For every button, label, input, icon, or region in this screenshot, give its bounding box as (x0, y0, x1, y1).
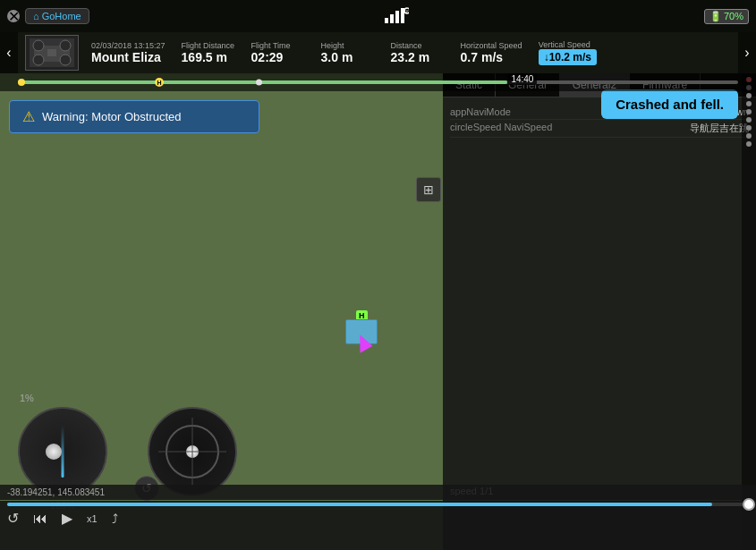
warning-text: Warning: Motor Obstructed (42, 110, 182, 123)
panel-row-2: circleSpeed NaviSpeed 导航层吉在跳 (450, 120, 749, 138)
joystick-right[interactable] (148, 407, 237, 496)
coord-label: -38.194251, 145.083451 (0, 485, 756, 500)
sidebar-dot-9 (746, 141, 752, 147)
top-bar-left: ✕ ⌂ GoHome (7, 8, 89, 24)
layers-icon: ⊞ (423, 182, 434, 197)
svg-point-10 (60, 55, 71, 65)
svg-point-9 (33, 55, 44, 65)
go-home-label: GoHome (42, 11, 81, 21)
svg-point-7 (33, 40, 44, 51)
joystick-left-top-label: 1% (20, 393, 34, 403)
top-bar-right: 🔋 70% (704, 9, 749, 24)
flight-location-group: 02/03/2018 13:15:27 Mount Eliza (91, 41, 166, 64)
rewind-button[interactable]: ↺ (7, 510, 19, 527)
go-home-button[interactable]: ⌂ GoHome (25, 8, 89, 24)
v-speed-label: Vertical Speed (539, 40, 597, 49)
flight-distance-label: Flight Distance (182, 41, 235, 50)
h-speed-group: Horizontal Speed 0.7 m/s (461, 41, 522, 64)
timeline-progress (18, 80, 507, 84)
timeline-bar[interactable]: H 14:40 (0, 73, 756, 91)
flight-distance-group: Flight Distance 169.5 m (182, 41, 235, 64)
svg-rect-11 (47, 49, 56, 56)
joystick-left[interactable]: 1% 100% (18, 407, 107, 496)
flight-distance-value: 169.5 m (182, 50, 235, 64)
distance-label: Distance (391, 41, 445, 50)
distance-value: 23.2 m (391, 50, 445, 64)
playback-thumb[interactable] (743, 498, 755, 511)
svg-text:10: 10 (405, 9, 409, 13)
top-bar: ✕ ⌂ GoHome 10 🔋 70% (0, 0, 756, 32)
share-button[interactable]: ⤴ (112, 512, 118, 526)
timeline-start-dot (18, 79, 25, 86)
timeline-current-time: 14:40 (507, 73, 537, 85)
warning-icon: ⚠ (22, 108, 35, 125)
playback-speed-label: x1 (87, 513, 98, 524)
flight-date: 02/03/2018 13:15:27 (91, 41, 166, 50)
frame-back-button[interactable]: ⏮ (33, 511, 47, 527)
flight-time-value: 02:29 (251, 50, 305, 64)
sidebar-dot-8 (746, 133, 752, 139)
height-value: 3.0 m (321, 50, 375, 64)
timeline-h-dot: H (155, 78, 164, 87)
right-panel: Static General General2 Firmware appNavi… (443, 73, 756, 550)
playback-bar: ↺ ⏮ ▶ x1 ⤴ (0, 501, 756, 550)
warning-banner: ⚠ Warning: Motor Obstructed (9, 100, 259, 133)
sidebar-dot-3 (746, 93, 752, 98)
play-button[interactable]: ▶ (62, 510, 72, 527)
playback-controls: ↺ ⏮ ▶ x1 ⤴ (0, 508, 756, 529)
flight-time-label: Flight Time (251, 41, 305, 50)
joystick-left-dot (46, 444, 62, 460)
drone-map-icon: H (340, 310, 383, 353)
playback-slider-row[interactable] (0, 501, 756, 508)
sidebar-dot-6 (746, 117, 752, 123)
battery-icon: 🔋 (709, 11, 722, 22)
playback-track[interactable] (7, 503, 749, 506)
v-speed-value: ↓10.2 m/s (539, 49, 597, 65)
signal-icon: 10 (384, 7, 409, 26)
panel-row1-label: appNaviMode (450, 106, 511, 117)
close-button[interactable]: ✕ (7, 10, 20, 22)
nav-arrow-right[interactable]: › (738, 32, 756, 73)
panel-row2-value: 导航层吉在跳 (690, 122, 749, 135)
right-sidebar (742, 73, 756, 550)
svg-point-8 (60, 40, 71, 51)
timeline-track[interactable]: H 14:40 (18, 80, 738, 84)
drone-on-map: H (340, 310, 383, 353)
v-speed-group: Vertical Speed ↓10.2 m/s (539, 40, 597, 65)
h-speed-value: 0.7 m/s (461, 50, 522, 64)
flight-time-group: Flight Time 02:29 (251, 41, 305, 64)
coordinates-text: -38.194251, 145.083451 (7, 487, 105, 497)
drone-direction-arrow (353, 332, 373, 353)
map-layer-button[interactable]: ⊞ (416, 177, 441, 202)
height-label: Height (321, 41, 375, 50)
battery-percent: 70% (724, 11, 743, 21)
timeline-mid-dot (256, 80, 262, 86)
distance-group: Distance 23.2 m (391, 41, 445, 64)
svg-rect-0 (385, 18, 388, 23)
sidebar-dot-7 (746, 125, 752, 131)
joystick-cross-v (192, 418, 193, 487)
height-group: Height 3.0 m (321, 41, 375, 64)
svg-rect-2 (395, 11, 399, 23)
nav-arrow-left[interactable]: ‹ (0, 32, 18, 73)
drone-thumbnail (25, 35, 79, 71)
svg-rect-1 (390, 14, 394, 23)
drone-body (345, 319, 378, 344)
panel-row2-label: circleSpeed NaviSpeed (450, 122, 552, 135)
crashed-tooltip-text: Crashed and fell. (616, 97, 724, 112)
battery-indicator: 🔋 70% (704, 9, 749, 24)
sidebar-dot-4 (746, 101, 752, 106)
top-bar-center: 10 (384, 7, 409, 26)
sidebar-dot-5 (746, 109, 752, 114)
flight-location: Mount Eliza (91, 50, 166, 64)
crashed-tooltip: Crashed and fell. (601, 89, 738, 119)
h-speed-label: Horizontal Speed (461, 41, 522, 50)
flight-info-bar: 02/03/2018 13:15:27 Mount Eliza Flight D… (0, 32, 756, 73)
go-home-icon: ⌂ (33, 11, 39, 21)
playback-progress (7, 503, 712, 506)
